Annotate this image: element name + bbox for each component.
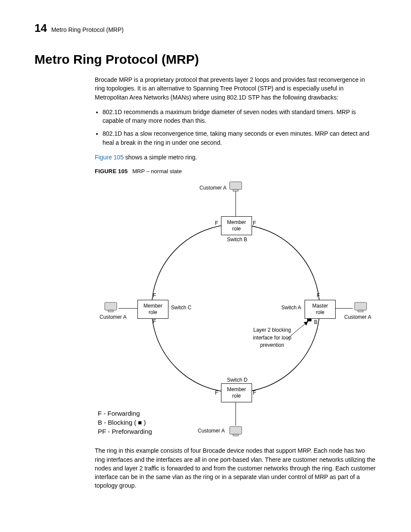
- page: 14 Metro Ring Protocol (MRP) Metro Ring …: [0, 0, 411, 522]
- list-item: 802.1D has a slow reconvergence time, ta…: [103, 129, 377, 147]
- list-item: 802.1D recommends a maximum bridge diame…: [103, 108, 377, 125]
- port-f: F: [253, 389, 256, 397]
- svg-rect-8: [230, 182, 242, 190]
- customer-a-right: Customer A: [344, 314, 371, 321]
- drawback-list: 802.1D recommends a maximum bridge diame…: [103, 108, 377, 147]
- legend-line-preforwarding: PF - Preforwarding: [98, 427, 152, 436]
- svg-rect-15: [358, 310, 363, 312]
- switch-c-label: Switch C: [171, 304, 191, 311]
- customer-a-left: Customer A: [100, 314, 127, 321]
- figure-caption: FIGURE 105 MRP – normal state: [95, 168, 377, 176]
- svg-rect-14: [355, 302, 367, 310]
- figure-ref-rest: shows a simple metro ring.: [124, 154, 197, 161]
- figure-label: FIGURE 105: [95, 168, 128, 174]
- port-b: B: [314, 319, 318, 326]
- port-f: F: [215, 220, 218, 227]
- node-switch-c: Member role: [137, 300, 168, 319]
- switch-d-label: Switch D: [227, 376, 247, 384]
- svg-rect-9: [233, 190, 238, 191]
- figure-link[interactable]: Figure 105: [95, 154, 124, 161]
- legend-line-blocking: B - Blocking ( ■ ): [98, 418, 152, 427]
- chapter-number: 14: [34, 22, 47, 35]
- customer-a-bottom: Customer A: [198, 427, 225, 435]
- closing-paragraph: The ring in this example consists of fou…: [95, 446, 377, 490]
- port-f: F: [153, 292, 156, 299]
- svg-marker-7: [304, 321, 308, 326]
- svg-rect-12: [105, 302, 117, 310]
- svg-rect-11: [233, 434, 238, 436]
- switch-a-label: Switch A: [281, 304, 301, 311]
- page-title: Metro Ring Protocol (MRP): [34, 52, 377, 67]
- blocking-note: Layer 2 blocking interface for loop prev…: [253, 327, 291, 349]
- node-switch-b: Member role: [221, 216, 252, 235]
- svg-rect-10: [230, 426, 242, 434]
- mrp-ring-diagram: Member role Master role Member role Memb…: [98, 179, 374, 438]
- port-f: F: [215, 389, 218, 397]
- customer-a-top: Customer A: [199, 184, 227, 192]
- port-f: F: [253, 220, 256, 227]
- intro-paragraph: Brocade MRP is a proprietary protocol th…: [95, 75, 377, 102]
- svg-rect-13: [108, 310, 113, 312]
- node-switch-d: Member role: [221, 383, 252, 402]
- running-header: 14 Metro Ring Protocol (MRP): [34, 22, 377, 35]
- node-switch-a: Master role: [305, 300, 336, 319]
- switch-b-label: Switch B: [227, 236, 247, 243]
- legend-line-forwarding: F - Forwarding: [98, 409, 152, 418]
- chapter-title: Metro Ring Protocol (MRP): [51, 26, 124, 33]
- figure-caption-text: MRP – normal state: [132, 168, 182, 174]
- diagram-legend: F - Forwarding B - Blocking ( ■ ) PF - P…: [98, 409, 152, 436]
- figure-reference-sentence: Figure 105 shows a simple metro ring.: [95, 153, 377, 162]
- port-f: F: [317, 292, 320, 299]
- port-f: F: [153, 318, 156, 325]
- body: Brocade MRP is a proprietary protocol th…: [95, 75, 377, 490]
